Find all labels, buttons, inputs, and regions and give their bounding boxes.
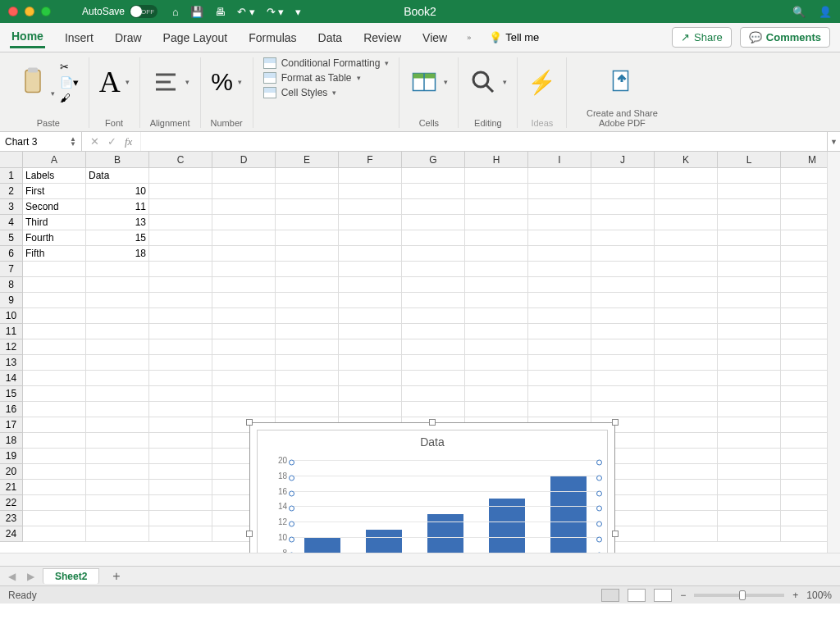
- cell[interactable]: [528, 184, 591, 199]
- cell[interactable]: [276, 355, 339, 371]
- undo-icon[interactable]: ↶ ▾: [237, 6, 255, 18]
- tab-review[interactable]: Review: [362, 28, 403, 48]
- resize-handle[interactable]: [246, 419, 253, 426]
- cell[interactable]: [655, 293, 718, 308]
- cell[interactable]: [718, 215, 781, 230]
- cell[interactable]: [86, 464, 149, 480]
- cell[interactable]: [528, 246, 591, 262]
- cell[interactable]: [402, 386, 465, 402]
- cell[interactable]: [149, 262, 212, 277]
- cell[interactable]: [149, 184, 212, 199]
- select-all-corner[interactable]: [0, 152, 23, 168]
- cell[interactable]: [86, 386, 149, 402]
- paste-icon[interactable]: [18, 66, 48, 96]
- cell[interactable]: [276, 262, 339, 277]
- redo-icon[interactable]: ↷ ▾: [267, 6, 285, 18]
- view-page-layout-button[interactable]: [628, 589, 646, 602]
- row-header[interactable]: 14: [0, 371, 23, 386]
- cell[interactable]: [655, 371, 718, 386]
- cell[interactable]: [86, 526, 149, 542]
- cell[interactable]: [655, 246, 718, 262]
- row-header[interactable]: 11: [0, 324, 23, 339]
- cell[interactable]: [402, 277, 465, 293]
- row-header[interactable]: 7: [0, 262, 23, 277]
- cell[interactable]: [149, 480, 212, 495]
- cell[interactable]: [465, 168, 528, 184]
- cell[interactable]: [23, 293, 86, 308]
- qat-overflow-icon[interactable]: ▾: [295, 6, 301, 18]
- cell[interactable]: [528, 230, 591, 246]
- cell[interactable]: [528, 277, 591, 293]
- cell[interactable]: Fourth: [23, 230, 86, 246]
- cell[interactable]: [591, 355, 655, 371]
- cell[interactable]: 15: [86, 230, 149, 246]
- cell[interactable]: [718, 324, 781, 339]
- formula-input[interactable]: [141, 132, 827, 151]
- cell[interactable]: [528, 293, 591, 308]
- cell[interactable]: Third: [23, 215, 86, 230]
- cell[interactable]: [149, 371, 212, 386]
- cell[interactable]: [718, 526, 781, 542]
- cell[interactable]: [591, 230, 655, 246]
- cell[interactable]: [212, 324, 276, 339]
- cell[interactable]: [339, 308, 402, 324]
- cell[interactable]: [465, 262, 528, 277]
- cell[interactable]: [718, 417, 781, 433]
- cell[interactable]: [718, 230, 781, 246]
- column-header[interactable]: B: [86, 152, 149, 168]
- row-header[interactable]: 8: [0, 277, 23, 293]
- column-header[interactable]: H: [465, 152, 528, 168]
- cell[interactable]: [149, 433, 212, 449]
- row-header[interactable]: 24: [0, 526, 23, 542]
- spreadsheet-grid[interactable]: ABCDEFGHIJKLM 12345678910111213141516171…: [0, 152, 840, 566]
- cell[interactable]: [718, 277, 781, 293]
- cell[interactable]: [86, 449, 149, 464]
- chart-object[interactable]: Data 02468101214161820 FirstSecondThirdF…: [249, 422, 615, 566]
- cell[interactable]: [465, 308, 528, 324]
- cell[interactable]: [402, 339, 465, 355]
- cell[interactable]: [23, 511, 86, 526]
- cell[interactable]: [465, 371, 528, 386]
- column-header[interactable]: D: [212, 152, 276, 168]
- row-header[interactable]: 5: [0, 230, 23, 246]
- window-minimize-dot[interactable]: [25, 7, 34, 16]
- conditional-formatting-button[interactable]: Conditional Formatting ▾: [263, 57, 390, 69]
- resize-handle[interactable]: [246, 531, 253, 537]
- cell[interactable]: [718, 480, 781, 495]
- cell[interactable]: [591, 324, 655, 339]
- cell[interactable]: [86, 277, 149, 293]
- cell[interactable]: [86, 433, 149, 449]
- tab-data[interactable]: Data: [317, 28, 345, 48]
- cell[interactable]: [718, 433, 781, 449]
- cell[interactable]: [149, 339, 212, 355]
- share-button[interactable]: ↗ Share: [672, 27, 732, 48]
- column-header[interactable]: L: [718, 152, 781, 168]
- cell[interactable]: [465, 246, 528, 262]
- cell[interactable]: [718, 355, 781, 371]
- zoom-slider[interactable]: [694, 594, 784, 597]
- name-box[interactable]: Chart 3 ▲▼: [0, 132, 82, 151]
- cell[interactable]: [528, 215, 591, 230]
- cell[interactable]: 10: [86, 184, 149, 199]
- cell[interactable]: [655, 402, 718, 417]
- cell[interactable]: Second: [23, 199, 86, 215]
- tab-page-layout[interactable]: Page Layout: [162, 28, 230, 48]
- cell[interactable]: [149, 464, 212, 480]
- cell[interactable]: [212, 168, 276, 184]
- cell[interactable]: [23, 417, 86, 433]
- cell[interactable]: Labels: [23, 168, 86, 184]
- sheet-tab-active[interactable]: Sheet2: [43, 568, 99, 584]
- resize-handle[interactable]: [612, 419, 619, 426]
- row-header[interactable]: 23: [0, 511, 23, 526]
- cell[interactable]: [655, 464, 718, 480]
- column-header[interactable]: E: [276, 152, 339, 168]
- cell[interactable]: [23, 371, 86, 386]
- zoom-level[interactable]: 100%: [806, 590, 832, 601]
- row-header[interactable]: 19: [0, 449, 23, 464]
- cell[interactable]: [339, 402, 402, 417]
- cell[interactable]: [655, 526, 718, 542]
- cell[interactable]: [23, 526, 86, 542]
- tell-me-search[interactable]: 💡 Tell me: [489, 31, 539, 43]
- cell[interactable]: [212, 355, 276, 371]
- cell[interactable]: [23, 449, 86, 464]
